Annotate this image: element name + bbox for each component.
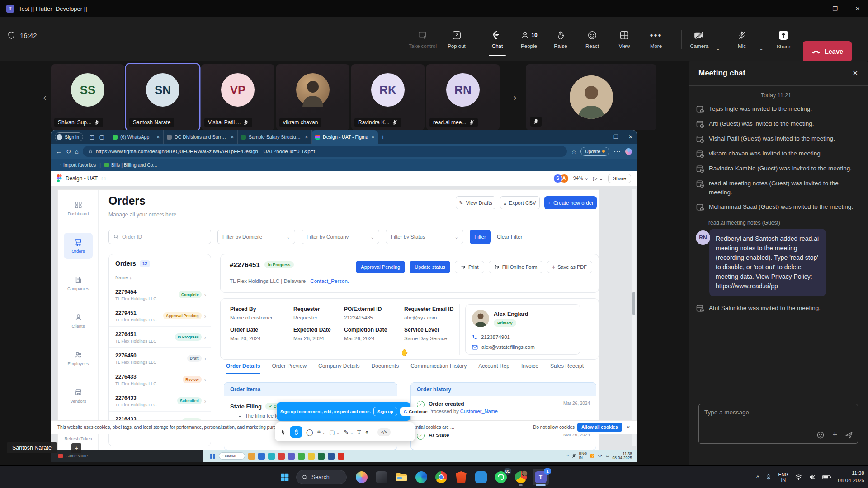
export-csv-button[interactable]: ⤓Export CSV	[500, 196, 540, 209]
workspaces-icon[interactable]: ◳	[87, 132, 97, 141]
order-id-search[interactable]: Order ID	[108, 230, 211, 244]
move-tool-icon[interactable]	[280, 429, 286, 436]
deny-cookies-button[interactable]: Do not allow cookies	[533, 425, 575, 430]
tab-actions-icon[interactable]: ▢	[97, 132, 107, 141]
filter-dropdown[interactable]: Filter by Domicile⌄	[217, 230, 295, 244]
compose-box[interactable]: +	[698, 404, 858, 444]
taskbar-chrome-profile[interactable]	[513, 469, 529, 485]
camera-button[interactable]: Camera	[684, 23, 714, 55]
language-indicator[interactable]: ENGIN	[778, 472, 788, 483]
minimize-icon[interactable]: —	[802, 0, 823, 17]
message-input[interactable]	[704, 409, 840, 416]
tiles-scroll-right-icon[interactable]: ›	[510, 90, 520, 104]
fill-online-form-button[interactable]: Fill Online Form	[489, 261, 543, 273]
participant-tile[interactable]: RK Ravindra K...	[351, 64, 425, 130]
dev-mode-toggle[interactable]: </>	[377, 428, 390, 436]
hand-tool-icon[interactable]	[290, 426, 302, 438]
browser-minimize-icon[interactable]: —	[598, 134, 604, 140]
detail-tab[interactable]: Account Rep	[478, 363, 509, 374]
save-as-pdf-button[interactable]: ⤓Save as PDF	[547, 261, 592, 273]
start-button[interactable]	[277, 469, 293, 485]
sidebar-item-orders[interactable]: Orders	[64, 233, 93, 259]
bookmark-bills[interactable]: Bills | Billing and Co...	[104, 162, 157, 168]
browser-menu-icon[interactable]: ⋯	[613, 147, 621, 156]
participant-tile[interactable]: SS Shivani Sup...	[51, 64, 124, 130]
order-row[interactable]: 2276450TL Flex Holdings LLC Draft ›	[109, 348, 211, 369]
clear-filter-button[interactable]: Clear Filter	[497, 234, 522, 239]
order-row[interactable]: 2276433TL Flex Holdings LLC Review ›	[109, 369, 211, 390]
list-column-header[interactable]: Name ↓	[109, 271, 211, 284]
camera-chevron-icon[interactable]: ⌄	[716, 45, 720, 52]
battery-icon[interactable]	[822, 474, 831, 480]
participant-tile[interactable]: vikram chavan	[276, 64, 349, 130]
figma-file-menu-icon[interactable]: ▢	[101, 176, 105, 181]
detail-tab[interactable]: Sales Receipt	[550, 363, 584, 374]
home-icon[interactable]: ⌂	[75, 148, 79, 155]
sidebar-item-employees[interactable]: Employees	[64, 345, 93, 371]
tab-close-icon[interactable]: ✕	[156, 135, 160, 140]
shape-tool-icon[interactable]: ◯	[306, 428, 313, 436]
taskbar-copilot[interactable]	[354, 469, 370, 485]
new-tab-icon[interactable]: +	[378, 132, 388, 141]
contact-person-link[interactable]: Contact_Person.	[310, 278, 349, 284]
chat-message-bubble[interactable]: Redberyl and Santosh added read.ai meeti…	[709, 229, 826, 296]
mic-button[interactable]: Mic	[727, 23, 757, 55]
emoji-icon[interactable]	[816, 431, 825, 439]
scrollbar-thumb[interactable]	[632, 292, 635, 315]
detail-tab[interactable]: Order Details	[226, 363, 260, 374]
raise-hand-button[interactable]: Raise	[546, 23, 576, 55]
url-field[interactable]: https://www.figma.com/design/9BKQ0FOHRWa…	[83, 146, 567, 157]
participant-tile[interactable]: SN Santosh Narate	[126, 64, 199, 130]
leave-button[interactable]: Leave	[803, 41, 852, 62]
participant-tile[interactable]: VP Vishal Patil ...	[201, 64, 274, 130]
order-row[interactable]: 2276451TL Flex Holdings LLC In Progress …	[109, 327, 211, 348]
react-button[interactable]: React	[577, 23, 607, 55]
approval-pending-button[interactable]: Approval Pending	[356, 261, 405, 273]
taskbar-vscode[interactable]	[473, 469, 489, 485]
print-button[interactable]: Print	[455, 261, 484, 273]
order-row[interactable]: 2279454TL Flex Holdings LLC Complete ›	[109, 284, 211, 305]
presenter-pin-button[interactable]: +	[71, 443, 81, 453]
refresh-icon[interactable]: ↻	[66, 148, 71, 155]
detail-tab[interactable]: Order Preview	[272, 363, 307, 374]
bookmark-import-favorites[interactable]: ⬚Import favorites	[57, 162, 96, 168]
browser-tab[interactable]: Sample Salary Structure with calc ✕	[238, 130, 312, 144]
sidebar-item-clients[interactable]: Clients	[64, 308, 93, 334]
send-icon[interactable]	[845, 431, 853, 439]
taskbar-whatsapp[interactable]: 81	[493, 469, 509, 485]
figma-file-name[interactable]: Design - UAT	[66, 175, 98, 182]
tray-mic-icon[interactable]	[765, 474, 772, 481]
attach-plus-icon[interactable]: +	[832, 430, 837, 440]
titlebar-more-icon[interactable]: ⋯	[779, 0, 800, 17]
maximize-icon[interactable]: ❐	[825, 0, 845, 17]
figma-logo-icon[interactable]	[57, 174, 62, 182]
update-status-button[interactable]: Update status	[410, 261, 450, 273]
taskbar-edge[interactable]	[413, 469, 429, 485]
order-row[interactable]: 2276433TL Flex Holdings LLC Submitted ›	[109, 390, 211, 412]
detail-tab[interactable]: Company Details	[318, 363, 359, 374]
text-tool-icon[interactable]: T	[357, 428, 361, 436]
contact-phone-row[interactable]: 2123874901	[472, 334, 510, 340]
signup-button[interactable]: Sign up	[373, 407, 397, 416]
spotlight-tile[interactable]	[526, 64, 656, 130]
figma-share-button[interactable]: Share	[608, 174, 631, 183]
taskbar-brave[interactable]	[453, 469, 469, 485]
customer-link[interactable]: Customer_Name	[460, 408, 498, 414]
present-icon[interactable]: ▷ ⌄	[593, 175, 604, 182]
chat-close-icon[interactable]: ✕	[852, 69, 858, 77]
taskbar-search[interactable]: Search	[296, 470, 347, 484]
google-continue-button[interactable]: GContinue	[400, 407, 431, 416]
browser-tab[interactable]: DC Divisions and Surroundings ✕	[164, 130, 238, 144]
pen-tool-icon[interactable]: ✎ ⌄	[344, 429, 353, 436]
sidebar-item-companies[interactable]: Companies	[64, 270, 93, 296]
sidebar-item-dashboard[interactable]: Dashboard	[64, 195, 93, 221]
browser-signin-button[interactable]: Sign in	[55, 132, 83, 141]
favorite-star-icon[interactable]: ☆	[571, 148, 576, 155]
view-button[interactable]: View	[609, 23, 639, 55]
collaborator-avatar[interactable]: S	[553, 174, 562, 183]
taskbar-app-dark[interactable]	[373, 469, 390, 485]
tab-close-icon[interactable]: ✕	[305, 135, 308, 140]
filter-button[interactable]: Filter	[470, 230, 491, 244]
volume-icon[interactable]	[809, 474, 816, 480]
browser-update-button[interactable]: Update	[580, 147, 609, 156]
